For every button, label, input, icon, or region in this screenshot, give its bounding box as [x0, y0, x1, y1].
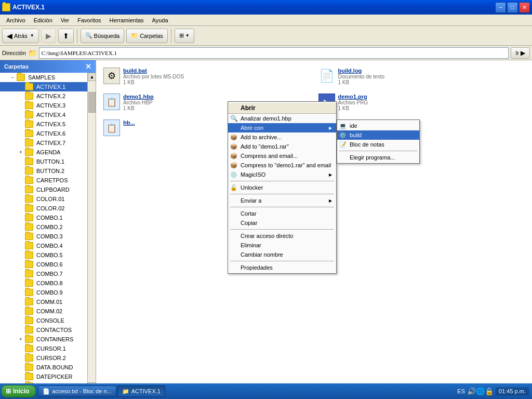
ctx-analizar[interactable]: 🔍 Analizar demo1.hbp [228, 114, 336, 123]
scroll-up-button[interactable]: ▲ [88, 73, 96, 81]
file-name-4: hb... [123, 119, 135, 126]
minimize-button[interactable]: − [495, 2, 506, 13]
ctx-cambiar-nombre[interactable]: Cambiar nombre [228, 250, 336, 259]
sidebar-item-combo1[interactable]: COMBO.1 [0, 213, 87, 222]
sidebar-item-combo4[interactable]: COMBO.4 [0, 241, 87, 250]
search-button[interactable]: 🔍 Búsqueda [81, 29, 125, 43]
folder-label-combo4: COMBO.4 [36, 243, 63, 249]
ctx-add-archive[interactable]: 📦 Add to archive... [228, 132, 336, 142]
close-button[interactable]: ✕ [519, 2, 530, 13]
ctx-crear-acceso[interactable]: Crear acceso directo [228, 231, 336, 241]
sidebar-item-combo8[interactable]: COMBO.8 [0, 278, 87, 288]
ctx-eliminar[interactable]: Eliminar [228, 241, 336, 250]
ctx-copiar[interactable]: Copiar [228, 218, 336, 228]
up-button[interactable]: ⬆ [58, 29, 74, 43]
taskbar-task-0[interactable]: 📄acceso.txt - Bloc de n... [38, 385, 116, 397]
sidebar-item-console[interactable]: CONSOLE [0, 316, 87, 325]
sidebar-close-button[interactable]: ✕ [85, 62, 91, 71]
ctx-add-demo1-rar[interactable]: 📦 Add to "demo1.rar" [228, 142, 336, 151]
views-dropdown-icon[interactable]: ▼ [185, 33, 190, 38]
menu-item-ver[interactable]: Ver [57, 16, 74, 24]
submenu-ide[interactable]: 💻 ide [337, 121, 419, 130]
menu-item-favoritos[interactable]: Favoritos [73, 16, 105, 24]
submenu-elegir[interactable]: Elegir programa... [337, 153, 419, 162]
sidebar-item-color02[interactable]: COLOR.02 [0, 204, 87, 213]
sidebar-item-caretpos[interactable]: CARETPOS [0, 176, 87, 185]
taskbar: ⊞ Inicio 📄acceso.txt - Bloc de n...📁ACTI… [0, 383, 532, 399]
ctx-compress-email[interactable]: 📦 Compress and email... [228, 151, 336, 161]
expand-icon-caretpos [17, 176, 25, 184]
up-icon: ⬆ [63, 32, 69, 40]
sidebar-item-activex7[interactable]: ACTIVEX.7 [0, 138, 87, 148]
expand-icon-agenda[interactable]: + [17, 148, 25, 156]
sidebar-item-clipboard[interactable]: CLIPBOARD [0, 185, 87, 194]
sidebar-item-databound[interactable]: DATA.BOUND [0, 363, 87, 372]
submenu-bloc[interactable]: 📝 Bloc de notas [337, 140, 419, 149]
sidebar-item-activex5[interactable]: ACTIVEX.5 [0, 119, 87, 129]
expand-icon-cursor1 [17, 344, 25, 353]
sidebar-item-combo7[interactable]: COMBO.7 [0, 269, 87, 278]
sidebar-item-agenda[interactable]: +AGENDA [0, 148, 87, 157]
menu-item-herramientas[interactable]: Herramientas [105, 16, 148, 24]
sidebar-item-samples[interactable]: −SAMPLES [0, 73, 87, 82]
taskbar-task-1[interactable]: 📁ACTIVEX.1 [117, 385, 165, 397]
file-item-0[interactable]: ⚙build.batArchivo por lotes MS-DOS1 KB [101, 65, 197, 87]
folders-button[interactable]: 📁 Carpetas [126, 29, 168, 43]
forward-button[interactable]: ▶ [41, 29, 56, 43]
sidebar-item-activex1[interactable]: ACTIVEX.1 [0, 82, 87, 91]
address-input[interactable] [39, 47, 509, 59]
sidebar-item-button1[interactable]: BUTTON.1 [0, 157, 87, 166]
expand-icon-activex6 [17, 129, 25, 138]
file-item-2[interactable]: 📋demo1.hbpArchivo HBP1 KB [101, 91, 197, 113]
sidebar-item-button2[interactable]: BUTTON.2 [0, 166, 87, 176]
expand-icon-samples[interactable]: − [8, 73, 17, 82]
expand-icon-button1 [17, 157, 25, 166]
start-button[interactable]: ⊞ Inicio [1, 385, 36, 397]
ctx-propiedades[interactable]: Propiedades [228, 263, 336, 272]
sidebar-item-contactos[interactable]: CONTACTOS [0, 325, 87, 335]
back-button[interactable]: ◀ Atrás ▼ [2, 29, 39, 43]
menu-item-archivo[interactable]: Archivo [2, 16, 30, 24]
submenu-abrir-con[interactable]: 💻 ide ⚙️ build 📝 Bloc de notas Elegir pr… [337, 119, 420, 164]
sidebar-scrollbar[interactable]: ▲ ▼ [87, 73, 96, 383]
sidebar-item-combo3[interactable]: COMBO.3 [0, 232, 87, 241]
file-item-1[interactable]: 📄build.logDocumento de texto1 KB [316, 65, 413, 87]
sidebar-item-color01[interactable]: COLOR.01 [0, 194, 87, 204]
ctx-magiciso[interactable]: 💿 MagicISO ▶ [228, 170, 336, 179]
main-context-menu[interactable]: Abrir 🔍 Analizar demo1.hbp Abrir con ▶ 📦… [228, 101, 337, 274]
sidebar-item-containers[interactable]: +CONTAINERS [0, 335, 87, 344]
submenu-build[interactable]: ⚙️ build [337, 130, 419, 140]
sidebar-item-comm02[interactable]: COMM.02 [0, 307, 87, 316]
expand-icon-containers[interactable]: + [17, 335, 25, 343]
sidebar-item-comm01[interactable]: COMM.01 [0, 297, 87, 307]
folder-icon-combo7 [25, 270, 33, 277]
ctx-enviar-a[interactable]: Enviar a ▶ [228, 196, 336, 205]
sidebar-item-combo5[interactable]: COMBO.5 [0, 250, 87, 260]
ctx-abrir-con[interactable]: Abrir con ▶ [228, 123, 336, 132]
folder-label-combo6: COMBO.6 [36, 261, 63, 268]
sidebar-item-activex6[interactable]: ACTIVEX.6 [0, 129, 87, 138]
sidebar-item-cursor2[interactable]: CURSOR.2 [0, 353, 87, 363]
scroll-thumb[interactable] [88, 92, 96, 113]
sidebar-item-combo6[interactable]: COMBO.6 [0, 260, 87, 269]
sidebar-item-activex4[interactable]: ACTIVEX.4 [0, 110, 87, 119]
menu-item-ayuda[interactable]: Ayuda [148, 16, 172, 24]
file-name-2: demo1.hbp [123, 94, 154, 100]
menu-item-edición[interactable]: Edición [30, 16, 57, 24]
views-button[interactable]: ⊞ ▼ [175, 29, 194, 43]
ctx-enviar-a-label: Enviar a [241, 197, 261, 204]
sidebar-item-activex2[interactable]: ACTIVEX.2 [0, 91, 87, 101]
sidebar-item-datepicker[interactable]: DATEPICKER [0, 372, 87, 381]
sidebar-item-combo9[interactable]: COMBO.9 [0, 288, 87, 297]
sidebar-item-activex3[interactable]: ACTIVEX.3 [0, 101, 87, 110]
back-dropdown-icon[interactable]: ▼ [30, 33, 34, 38]
sidebar-item-cursor1[interactable]: CURSOR.1 [0, 344, 87, 353]
ctx-unlocker[interactable]: 🔓 Unlocker [228, 183, 336, 192]
maximize-button[interactable]: □ [507, 2, 518, 13]
sidebar-item-combo2[interactable]: COMBO.2 [0, 222, 87, 232]
file-item-4[interactable]: 📋hb... [101, 117, 197, 138]
ctx-cortar[interactable]: Cortar [228, 209, 336, 218]
ctx-compress-demo1-email[interactable]: 📦 Compress to "demo1.rar" and email [228, 161, 336, 170]
go-label: Ir [515, 50, 519, 56]
go-button[interactable]: Ir ▶ [511, 47, 530, 59]
